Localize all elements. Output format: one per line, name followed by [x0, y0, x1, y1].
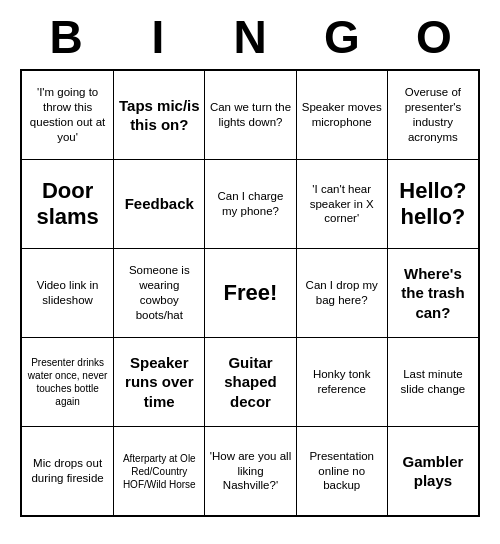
bingo-cell-3-1[interactable]: Speaker runs over time — [113, 338, 204, 426]
letter-b: B — [26, 10, 106, 64]
bingo-cell-4-4[interactable]: Gambler plays — [387, 427, 478, 515]
bingo-cell-2-3[interactable]: Can I drop my bag here? — [296, 249, 387, 337]
bingo-row-3: Presenter drinks water once, never touch… — [22, 337, 478, 426]
bingo-cell-0-3[interactable]: Speaker moves microphone — [296, 71, 387, 159]
bingo-cell-0-2[interactable]: Can we turn the lights down? — [204, 71, 295, 159]
bingo-row-1: Door slamsFeedbackCan I charge my phone?… — [22, 159, 478, 248]
bingo-cell-0-4[interactable]: Overuse of presenter's industry acronyms — [387, 71, 478, 159]
letter-i: I — [118, 10, 198, 64]
bingo-cell-0-1[interactable]: Taps mic/is this on? — [113, 71, 204, 159]
bingo-cell-3-0[interactable]: Presenter drinks water once, never touch… — [22, 338, 113, 426]
bingo-cell-1-3[interactable]: 'I can't hear speaker in X corner' — [296, 160, 387, 248]
bingo-row-4: Mic drops out during firesideAfterparty … — [22, 426, 478, 515]
bingo-header: B I N G O — [20, 0, 480, 69]
bingo-cell-4-1[interactable]: Afterparty at Ole Red/Country HOF/Wild H… — [113, 427, 204, 515]
bingo-cell-4-2[interactable]: 'How are you all liking Nashville?' — [204, 427, 295, 515]
bingo-row-0: 'I'm going to throw this question out at… — [22, 71, 478, 159]
bingo-cell-3-2[interactable]: Guitar shaped decor — [204, 338, 295, 426]
letter-g: G — [302, 10, 382, 64]
letter-o: O — [394, 10, 474, 64]
bingo-cell-3-4[interactable]: Last minute slide change — [387, 338, 478, 426]
bingo-row-2: Video link in slideshowSomeone is wearin… — [22, 248, 478, 337]
bingo-cell-4-3[interactable]: Presentation online no backup — [296, 427, 387, 515]
bingo-cell-4-0[interactable]: Mic drops out during fireside — [22, 427, 113, 515]
bingo-cell-2-2[interactable]: Free! — [204, 249, 295, 337]
letter-n: N — [210, 10, 290, 64]
bingo-grid: 'I'm going to throw this question out at… — [20, 69, 480, 517]
bingo-cell-1-0[interactable]: Door slams — [22, 160, 113, 248]
bingo-cell-2-1[interactable]: Someone is wearing cowboy boots/hat — [113, 249, 204, 337]
bingo-cell-0-0[interactable]: 'I'm going to throw this question out at… — [22, 71, 113, 159]
bingo-cell-1-4[interactable]: Hello? hello? — [387, 160, 478, 248]
bingo-cell-1-2[interactable]: Can I charge my phone? — [204, 160, 295, 248]
bingo-cell-2-0[interactable]: Video link in slideshow — [22, 249, 113, 337]
bingo-cell-3-3[interactable]: Honky tonk reference — [296, 338, 387, 426]
bingo-cell-2-4[interactable]: Where's the trash can? — [387, 249, 478, 337]
bingo-cell-1-1[interactable]: Feedback — [113, 160, 204, 248]
